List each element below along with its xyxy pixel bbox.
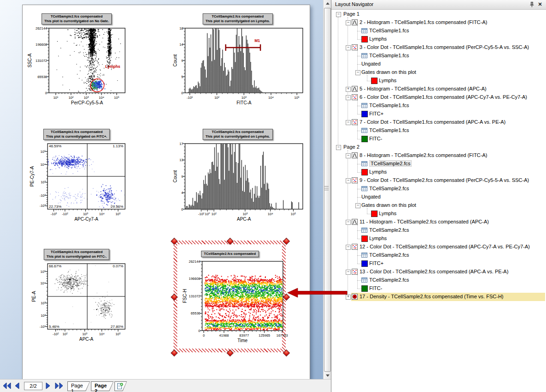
tree-item[interactable]: Lymphs (331, 77, 546, 85)
tree-item-label[interactable]: Lymphs (369, 169, 387, 175)
layout-page[interactable]: TCellSample2.fcs compensatedThis plot is… (22, 5, 310, 380)
tree-item-label[interactable]: TCellSample1.fcs (369, 103, 409, 108)
tree-item[interactable]: Ungated (331, 60, 546, 68)
tree-expander[interactable]: − (346, 178, 351, 183)
tree-item[interactable]: −3 - Color Dot - TCellSample1.fcs compen… (331, 43, 546, 52)
tree-item[interactable]: Ungated (331, 193, 546, 201)
tree-item[interactable]: TCellSample2.fcs (331, 185, 546, 193)
tree-item-label[interactable]: Lymphs (379, 78, 396, 83)
tree-item[interactable]: FITC+ (331, 110, 546, 118)
tree-item[interactable]: −6 - Color Dot - TCellSample1.fcs compen… (331, 93, 546, 102)
tree-item[interactable]: −Gates drawn on this plot (331, 201, 546, 210)
tree-item-label[interactable]: Lymphs (369, 36, 387, 42)
plot-3-canvas[interactable] (43, 139, 130, 215)
previous-page-button[interactable] (13, 382, 21, 390)
tree-item-label[interactable]: Ungated (361, 194, 381, 199)
plot-6-header[interactable]: TCellSample2.fcs compensated (201, 251, 259, 257)
scroll-up-button[interactable] (324, 0, 331, 7)
first-page-button[interactable] (2, 382, 12, 390)
add-page-tab[interactable] (114, 381, 127, 391)
tree-item[interactable]: −12 - Color Dot - TCellSample2.fcs compe… (331, 243, 546, 251)
tree-item-label[interactable]: 6 - Color Dot - TCellSample1.fcs compens… (360, 94, 527, 100)
tree-expander[interactable]: − (346, 45, 351, 50)
tree-item-label[interactable]: Page 2 (343, 144, 360, 150)
gate-label[interactable]: Lymphs (105, 64, 120, 69)
tree-item[interactable]: TCellSample1.fcs (331, 52, 546, 60)
plot-1-canvas[interactable] (44, 24, 130, 98)
tree-item-label[interactable]: TCellSample2.fcs (369, 160, 412, 167)
splitter-grip-icon[interactable] (324, 186, 329, 191)
tree-item[interactable]: FITC+ (331, 259, 546, 268)
tree-item-label[interactable]: TCellSample2.fcs (369, 252, 409, 258)
tree-item-label[interactable]: FITC- (369, 136, 382, 141)
tree-item-label[interactable]: FITC- (369, 285, 382, 291)
plot-2-canvas[interactable] (180, 24, 307, 98)
tree-item-label[interactable]: 5 - Histogram - TCellSample1.fcs compens… (360, 86, 486, 91)
tree-item-label[interactable]: 8 - Histogram - TCellSample2.fcs compens… (360, 152, 487, 158)
tree-item[interactable]: Lymphs (331, 210, 546, 218)
last-page-button[interactable] (54, 382, 64, 390)
tree-expander[interactable]: − (346, 270, 351, 275)
tree-item-label[interactable]: TCellSample1.fcs (369, 53, 409, 58)
tree-item-label[interactable]: Gates drawn on this plot (361, 69, 416, 75)
tree-item[interactable]: TCellSample1.fcs (331, 102, 546, 110)
tree-item[interactable]: −11 - Histogram - TCellSample2.fcs compe… (331, 218, 546, 226)
tree-item[interactable]: −Page 1 (331, 10, 546, 18)
tree-item-label[interactable]: 7 - Color Dot - TCellSample1.fcs compens… (360, 119, 505, 125)
tree-item-label[interactable]: Lymphs (379, 211, 396, 216)
tree-expander[interactable]: − (346, 20, 351, 25)
tree-item-label[interactable]: Gates drawn on this plot (361, 202, 416, 208)
tree-item-label[interactable]: 12 - Color Dot - TCellSample2.fcs compen… (360, 244, 530, 249)
tree-item-label[interactable]: TCellSample1.fcs (369, 127, 409, 133)
plot-1-header[interactable]: TCellSample2.fcs compensatedThis plot is… (42, 13, 112, 24)
tree-item-label[interactable]: TCellSample2.fcs (369, 227, 409, 233)
tree-expander[interactable]: − (336, 145, 341, 150)
tab-page-1[interactable]: Page 1 (67, 381, 90, 391)
tree-item-label[interactable]: 11 - Histogram - TCellSample2.fcs compen… (360, 219, 489, 224)
tree-item[interactable]: TCellSample2.fcs (331, 251, 546, 259)
tree-item[interactable]: TCellSample2.fcs (331, 276, 546, 284)
tree-item[interactable]: FITC- (331, 135, 546, 143)
tab-page-2[interactable]: Page 2 (91, 381, 114, 391)
tree-item-label[interactable]: FITC+ (369, 260, 384, 266)
tree-expander[interactable]: − (346, 245, 351, 250)
plot-3-header[interactable]: TCellSample2.fcs compensatedThis plot is… (43, 129, 110, 140)
tree-item[interactable]: TCellSample1.fcs (331, 27, 546, 35)
page-indicator[interactable]: 2/2 (24, 382, 42, 390)
tree-item[interactable]: −Page 2 (331, 143, 546, 151)
tree-expander[interactable]: − (346, 153, 351, 158)
tree-expander[interactable]: − (346, 95, 351, 100)
tree-item-label[interactable]: Page 1 (343, 11, 360, 17)
tree-item[interactable]: −7 - Color Dot - TCellSample1.fcs compen… (331, 118, 546, 127)
tree-item[interactable]: TCellSample1.fcs (331, 127, 546, 135)
marker-label[interactable]: M1 (254, 38, 260, 43)
tree-item[interactable]: −Gates drawn on this plot (331, 68, 546, 77)
tree-item[interactable]: Lymphs (331, 168, 546, 176)
tree-item[interactable]: Lymphs (331, 35, 546, 43)
tree-item[interactable]: +17 - Density - TCellSample2.fcs compens… (331, 293, 546, 301)
layout-canvas[interactable]: TCellSample2.fcs compensatedThis plot is… (0, 0, 323, 379)
plot-5-canvas[interactable] (43, 259, 130, 335)
tree-item-label[interactable]: Ungated (361, 61, 381, 66)
tree-item-label[interactable]: TCellSample1.fcs (369, 28, 409, 33)
tree-item-label[interactable]: Lymphs (369, 235, 387, 241)
tree-expander[interactable]: + (346, 87, 351, 92)
tree-item[interactable]: −2 - Histogram - TCellSample1.fcs compen… (331, 18, 546, 27)
tree-item[interactable]: TCellSample2.fcs (331, 226, 546, 235)
close-icon[interactable]: ✕ (537, 1, 543, 7)
tree-item-label[interactable]: 17 - Density - TCellSample2.fcs compensa… (360, 294, 504, 299)
tree-item-label[interactable]: 3 - Color Dot - TCellSample1.fcs compens… (360, 44, 529, 50)
next-page-button[interactable] (44, 382, 52, 390)
plot-4-header[interactable]: TCellSample2.fcs compensatedThis plot is… (203, 129, 273, 140)
tree-item[interactable]: −13 - Color Dot - TCellSample2.fcs compe… (331, 268, 546, 276)
plot-5-header[interactable]: TCellSample2.fcs compensatedThis plot is… (44, 249, 109, 260)
tree-expander[interactable]: − (336, 12, 341, 17)
tree-expander[interactable]: − (346, 220, 351, 225)
pin-icon[interactable] (528, 1, 535, 8)
tree-item-label[interactable]: TCellSample2.fcs (369, 186, 409, 191)
tree-item-label[interactable]: 9 - Color Dot - TCellSample2.fcs compens… (360, 177, 529, 183)
plot-4-canvas[interactable] (180, 139, 307, 215)
tree-item[interactable]: TCellSample2.fcs (331, 160, 546, 168)
tree-expander[interactable]: + (346, 295, 351, 300)
tree-item[interactable]: FITC- (331, 284, 546, 293)
